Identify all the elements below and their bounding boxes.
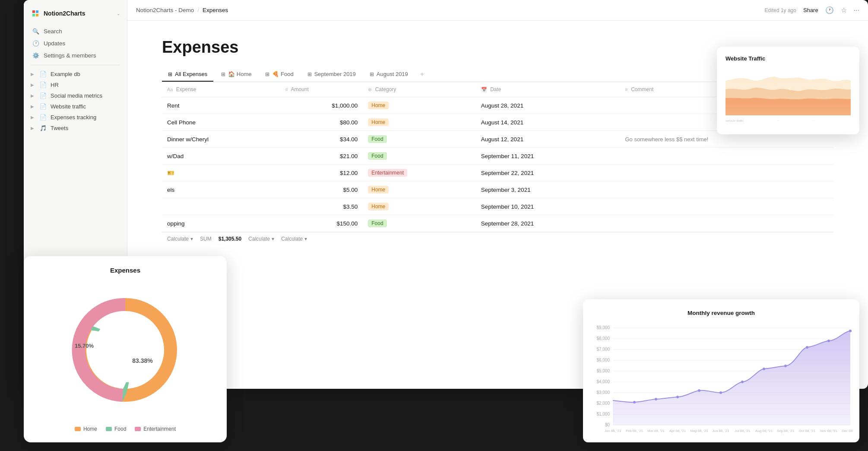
- donut-legend: Home Food Entertainment: [34, 426, 216, 432]
- tab-all-expenses[interactable]: ⊞ All Expenses: [162, 67, 213, 82]
- cell-category: Home: [363, 97, 476, 114]
- cell-comment: [620, 165, 833, 181]
- cell-expense: [162, 198, 280, 215]
- svg-text:$0: $0: [605, 422, 610, 427]
- tab-label-all-expenses: All Expenses: [175, 71, 207, 77]
- svg-text:Mar 08, '21: Mar 08, '21: [647, 429, 665, 433]
- svg-text:$4,000: $4,000: [596, 379, 610, 384]
- col-amount: # Amount: [280, 82, 363, 97]
- svg-text:Aug 08, '21: Aug 08, '21: [755, 429, 773, 433]
- sidebar-item-settings[interactable]: ⚙️ Settings & members: [25, 49, 125, 61]
- cell-comment: [620, 198, 833, 215]
- add-tab-button[interactable]: +: [416, 67, 428, 82]
- more-icon[interactable]: ···: [854, 6, 859, 14]
- svg-text:Oct 08, '21: Oct 08, '21: [799, 429, 816, 433]
- col-expense: Aa Expense: [162, 82, 280, 97]
- sidebar-label-social-media: Social media metrics: [51, 92, 102, 99]
- svg-point-35: [741, 381, 744, 383]
- revenue-growth-card: Monthly revenue growth $9,000 $8,000 $7,…: [583, 299, 859, 442]
- table-row[interactable]: opping $150.00 Food September 28, 2021: [162, 215, 833, 232]
- svg-text:83.38%: 83.38%: [132, 357, 153, 364]
- svg-rect-1: [36, 10, 38, 13]
- svg-point-31: [655, 398, 657, 400]
- cell-amount: $12.00: [280, 165, 363, 181]
- tab-sept-2019[interactable]: ⊞ September 2019: [301, 67, 362, 82]
- sidebar-label-example-db: Example db: [51, 71, 80, 77]
- col-category: ⊕ Category: [363, 82, 476, 97]
- sidebar-item-example-db[interactable]: ▶ 📄 Example db: [25, 69, 125, 79]
- svg-text:Dec 08, '21: Dec 08, '21: [842, 429, 852, 433]
- svg-point-37: [784, 365, 787, 367]
- expense-col-icon: Aa: [167, 87, 173, 92]
- cell-date: September 28, 2021: [476, 215, 620, 232]
- svg-text:$7,000: $7,000: [596, 347, 610, 352]
- cell-expense: els: [162, 181, 280, 198]
- sidebar-item-website-traffic[interactable]: ▶ 📄 Website traffic: [25, 101, 125, 112]
- sidebar-workspace-header[interactable]: Notion2Charts ⌄: [24, 5, 127, 25]
- sum-label: SUM: [200, 236, 212, 242]
- svg-text:Feb 08, '21: Feb 08, '21: [626, 429, 643, 433]
- workspace-logo: [31, 9, 40, 18]
- tab-icon-all: ⊞: [168, 71, 172, 77]
- svg-text:Apr 08, '21: Apr 08, '21: [669, 429, 686, 433]
- search-icon: 🔍: [32, 28, 39, 35]
- sidebar-divider: [31, 65, 120, 65]
- svg-text:$1,000: $1,000: [596, 412, 610, 416]
- tab-label-aug-2019: August 2019: [377, 71, 408, 77]
- svg-point-39: [827, 340, 830, 342]
- cell-amount: $21.00: [280, 148, 363, 165]
- sidebar-item-tweets[interactable]: ▶ 🎵 Tweets: [25, 123, 125, 133]
- svg-text:$9,000: $9,000: [596, 325, 610, 330]
- svg-rect-0: [32, 10, 35, 13]
- cell-date: August 14, 2021: [476, 114, 620, 131]
- cell-date: August 12, 2021: [476, 131, 620, 148]
- svg-text:$2,000: $2,000: [596, 401, 610, 406]
- sidebar-label-hr: HR: [51, 82, 59, 88]
- legend-label-entertainment: Entertainment: [143, 426, 176, 432]
- website-traffic-card: Website Traffic: [717, 47, 859, 134]
- sidebar-item-updates[interactable]: 🕐 Updates: [25, 37, 125, 49]
- table-row[interactable]: w/Dad $21.00 Food September 11, 2021: [162, 148, 833, 165]
- sidebar-nav-search-label: Search: [44, 28, 62, 35]
- calculate-btn-date[interactable]: Calculate ▾: [281, 236, 307, 242]
- star-icon[interactable]: ☆: [841, 6, 847, 14]
- tab-label-sept-2019: September 2019: [314, 71, 356, 77]
- calculate-btn-category[interactable]: Calculate ▾: [248, 236, 274, 242]
- sidebar-item-expenses-tracking[interactable]: ▶ 📄 Expenses tracking: [25, 112, 125, 123]
- revenue-chart: $9,000 $8,000 $7,000 $6,000 $5,000 $4,00…: [593, 321, 852, 434]
- workspace-name: Notion2Charts: [44, 10, 85, 17]
- tab-home[interactable]: ⊞ 🏠 Home: [215, 67, 257, 82]
- tab-icon-aug: ⊞: [370, 71, 374, 77]
- svg-text:Jul 08, '21: Jul 08, '21: [735, 429, 751, 433]
- cell-date: September 3, 2021: [476, 181, 620, 198]
- table-row[interactable]: 🎫 $12.00 Entertainment September 22, 202…: [162, 165, 833, 181]
- sidebar-nav-settings-label: Settings & members: [44, 52, 96, 59]
- arrow-icon-2: ▶: [31, 93, 36, 98]
- svg-text:Nov 08, '21: Nov 08, '21: [820, 429, 838, 433]
- tab-aug-2019[interactable]: ⊞ August 2019: [364, 67, 414, 82]
- sidebar-item-search[interactable]: 🔍 Search: [25, 25, 125, 37]
- table-row[interactable]: $3.50 Home September 10, 2021: [162, 198, 833, 215]
- svg-rect-3: [36, 14, 38, 16]
- cell-comment: [620, 215, 833, 232]
- svg-text:···: ···: [812, 119, 814, 122]
- clock-icon[interactable]: 🕐: [825, 6, 834, 14]
- sidebar-item-social-media[interactable]: ▶ 📄 Social media metrics: [25, 90, 125, 101]
- table-footer: Calculate ▾ SUM $1,305.50 Calculate ▾ Ca…: [162, 232, 833, 245]
- tab-food[interactable]: ⊞ 🍕 Food: [259, 67, 299, 82]
- svg-text:$5,000: $5,000: [596, 368, 610, 373]
- sidebar-label-tweets: Tweets: [51, 125, 68, 131]
- svg-text:$8,000: $8,000: [596, 336, 610, 341]
- page-icon-4: 📄: [39, 114, 47, 121]
- sidebar-item-hr[interactable]: ▶ 📄 HR: [25, 79, 125, 90]
- sidebar-label-website-traffic: Website traffic: [51, 103, 86, 110]
- arrow-icon-1: ▶: [31, 83, 36, 87]
- calculate-btn-expense[interactable]: Calculate ▾: [167, 236, 193, 242]
- tab-label-food: 🍕 Food: [272, 71, 293, 77]
- cell-amount: $3.50: [280, 198, 363, 215]
- svg-point-40: [849, 330, 852, 332]
- share-button[interactable]: Share: [803, 7, 818, 13]
- amount-col-icon: #: [285, 87, 288, 92]
- page-icon-5: 🎵: [39, 125, 47, 131]
- table-row[interactable]: els $5.00 Home September 3, 2021: [162, 181, 833, 198]
